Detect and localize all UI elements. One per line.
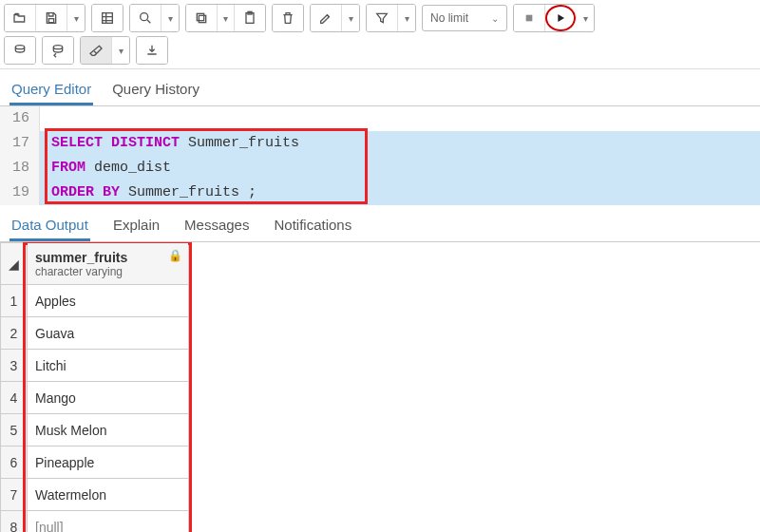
rollback-button[interactable] xyxy=(43,37,73,64)
svg-point-2 xyxy=(141,13,148,21)
row-number[interactable]: 2 xyxy=(1,317,28,350)
eraser-icon xyxy=(88,43,104,58)
edit-button[interactable] xyxy=(311,5,342,31)
stop-button[interactable] xyxy=(514,5,545,31)
main-toolbar: ▾ ▾ ▾ xyxy=(0,0,760,69)
chevron-down-icon: ▾ xyxy=(223,13,228,24)
chevron-down-icon: ▾ xyxy=(119,46,124,56)
save-button[interactable] xyxy=(36,5,67,31)
tab-explain[interactable]: Explain xyxy=(111,211,162,241)
commit-button[interactable] xyxy=(5,37,35,64)
chevron-down-icon: ▾ xyxy=(168,13,173,24)
svg-point-9 xyxy=(53,46,62,49)
edit-group: ▾ xyxy=(310,4,360,32)
tab-query-editor[interactable]: Query Editor xyxy=(10,75,93,105)
tab-data-output[interactable]: Data Output xyxy=(10,211,90,241)
chevron-down-icon: ▾ xyxy=(405,13,409,24)
play-icon xyxy=(553,10,568,26)
row-limit-label: No limit xyxy=(430,11,468,25)
line-code[interactable]: ORDER BY Summer_fruits ; xyxy=(40,180,760,205)
table-row[interactable]: 3Litchi xyxy=(1,350,189,382)
svg-point-8 xyxy=(15,46,24,49)
table-row[interactable]: 6Pineapple xyxy=(1,446,189,479)
edit-dropdown[interactable]: ▾ xyxy=(342,5,359,31)
row-number[interactable]: 4 xyxy=(1,382,28,414)
row-number[interactable]: 8 xyxy=(1,511,28,533)
cell-value[interactable]: Litchi xyxy=(28,350,189,382)
rollback-group xyxy=(42,36,74,65)
search-button[interactable] xyxy=(130,5,162,31)
tab-messages[interactable]: Messages xyxy=(182,211,251,241)
line-number: 18 xyxy=(0,156,40,180)
sql-editor[interactable]: 1617SELECT DISTINCT Summer_fruits18FROM … xyxy=(0,106,760,205)
clear-dropdown[interactable]: ▾ xyxy=(112,37,129,64)
cell-value[interactable]: [null] xyxy=(28,511,189,533)
line-code[interactable]: SELECT DISTINCT Summer_fruits xyxy=(40,131,760,156)
paste-icon xyxy=(242,10,257,26)
table-row[interactable]: 2Guava xyxy=(1,317,189,350)
tab-notifications[interactable]: Notifications xyxy=(272,211,353,241)
cell-value[interactable]: Mango xyxy=(28,382,189,414)
search-dropdown[interactable]: ▾ xyxy=(162,5,179,31)
commit-group xyxy=(4,36,36,65)
editor-line[interactable]: 16 xyxy=(0,106,760,131)
line-number: 19 xyxy=(0,180,40,205)
grid-icon xyxy=(100,10,115,26)
row-number[interactable]: 6 xyxy=(1,446,28,479)
filter-button[interactable] xyxy=(367,5,398,31)
tab-query-history[interactable]: Query History xyxy=(110,75,201,105)
stack-rollback-icon xyxy=(50,43,66,58)
svg-rect-4 xyxy=(197,13,203,20)
corner-cell[interactable]: ◢ xyxy=(1,243,28,285)
table-row[interactable]: 1Apples xyxy=(1,285,189,317)
query-tool-button[interactable] xyxy=(92,5,123,31)
open-button[interactable] xyxy=(5,5,36,31)
filter-dropdown[interactable]: ▾ xyxy=(398,5,415,31)
filter-icon xyxy=(374,10,390,26)
cell-value[interactable]: Apples xyxy=(28,285,189,317)
query-tools-group xyxy=(91,4,124,32)
column-type: character varying xyxy=(35,265,180,278)
line-number: 16 xyxy=(0,106,40,131)
lock-icon: 🔒 xyxy=(168,249,182,262)
copy-button[interactable] xyxy=(186,5,218,31)
editor-tabs: Query Editor Query History xyxy=(0,69,760,106)
table-row[interactable]: 7Watermelon xyxy=(1,479,189,511)
row-number[interactable]: 5 xyxy=(1,414,28,446)
cell-value[interactable]: Pineapple xyxy=(28,446,189,479)
copy-icon xyxy=(194,10,209,26)
copy-dropdown[interactable]: ▾ xyxy=(218,5,235,31)
trash-group xyxy=(272,4,304,32)
clear-button[interactable] xyxy=(81,37,112,64)
delete-button[interactable] xyxy=(273,5,303,31)
cell-value[interactable]: Watermelon xyxy=(28,479,189,511)
save-dropdown[interactable]: ▾ xyxy=(67,5,85,31)
table-row[interactable]: 4Mango xyxy=(1,382,189,414)
column-header[interactable]: summer_fruits character varying 🔒 xyxy=(28,243,189,285)
cell-value[interactable]: Guava xyxy=(28,317,189,350)
download-button[interactable] xyxy=(137,37,167,64)
table-row[interactable]: 5Musk Melon xyxy=(1,414,189,446)
result-tabs: Data Output Explain Messages Notificatio… xyxy=(0,205,760,242)
cell-value[interactable]: Musk Melon xyxy=(28,414,189,446)
copy-paste-group: ▾ xyxy=(185,4,266,32)
save-icon xyxy=(44,10,59,26)
execute-button[interactable] xyxy=(545,5,577,31)
chevron-down-icon: ▾ xyxy=(349,13,353,24)
row-number[interactable]: 3 xyxy=(1,350,28,382)
trash-icon xyxy=(280,10,295,26)
editor-line[interactable]: 19ORDER BY Summer_fruits ; xyxy=(0,180,760,205)
line-code[interactable]: FROM demo_dist xyxy=(40,156,760,180)
row-limit-select[interactable]: No limit ⌄ xyxy=(422,5,507,31)
row-number[interactable]: 7 xyxy=(1,479,28,511)
results-table: ◢ summer_fruits character varying 🔒 1App… xyxy=(0,242,189,532)
chevron-down-icon: ⌄ xyxy=(491,13,499,24)
row-number[interactable]: 1 xyxy=(1,285,28,317)
table-row[interactable]: 8[null] xyxy=(1,511,189,533)
editor-line[interactable]: 17SELECT DISTINCT Summer_fruits xyxy=(0,131,760,156)
column-name: summer_fruits xyxy=(35,250,180,265)
line-code[interactable] xyxy=(40,106,760,131)
editor-line[interactable]: 18FROM demo_dist xyxy=(0,156,760,180)
paste-button[interactable] xyxy=(235,5,265,31)
execute-dropdown[interactable]: ▾ xyxy=(577,5,594,31)
